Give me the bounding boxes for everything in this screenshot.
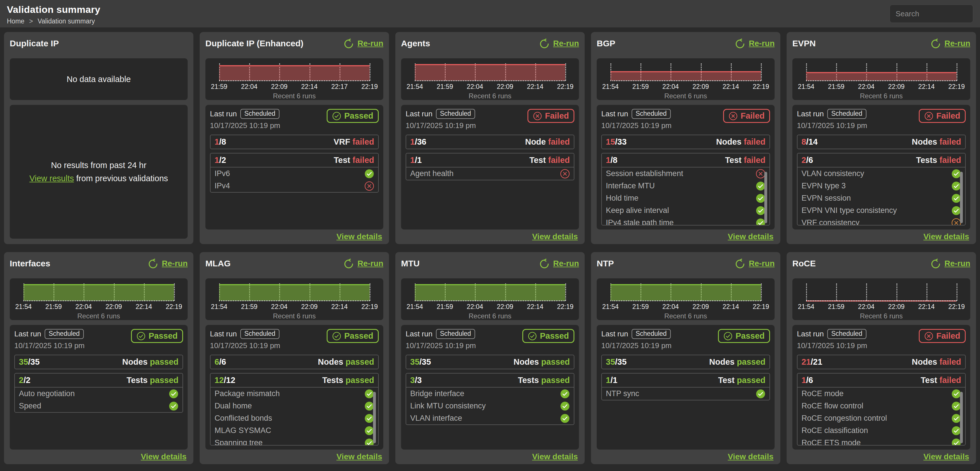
scheduled-chip: Scheduled bbox=[240, 109, 280, 119]
rerun-link[interactable]: Re-run bbox=[148, 258, 188, 269]
x-tick-label: 22:19 bbox=[557, 83, 574, 90]
x-tick-label: 21:59 bbox=[632, 83, 649, 90]
x-tick-label: 22:04 bbox=[271, 303, 288, 311]
scheduled-chip: Scheduled bbox=[827, 109, 866, 119]
nodes-stat-count: 21/21 bbox=[802, 357, 822, 367]
chart-gridline bbox=[866, 284, 867, 301]
test-name: RoCE ETS mode bbox=[802, 438, 861, 445]
rerun-link[interactable]: Re-run bbox=[343, 38, 383, 49]
passed-status-icon bbox=[364, 438, 374, 445]
test-name: IPv6 bbox=[215, 169, 230, 178]
nodes-stat-count: 35/35 bbox=[606, 357, 627, 367]
x-tick-label: 22:09 bbox=[301, 303, 318, 311]
test-name: Speed bbox=[19, 401, 41, 411]
search-input[interactable] bbox=[889, 5, 973, 23]
test-name: VLAN consistency bbox=[802, 169, 864, 178]
check-circle-icon bbox=[951, 414, 961, 423]
last-run-timestamp: 10/17/2025 10:19 pm bbox=[601, 121, 671, 130]
refresh-icon bbox=[930, 258, 941, 269]
x-tick-label: 21:59 bbox=[211, 83, 228, 90]
scrollbar-thumb[interactable] bbox=[373, 392, 376, 443]
status-badge-label: Passed bbox=[344, 111, 373, 121]
view-details-link[interactable]: View details bbox=[141, 452, 186, 461]
check-circle-icon bbox=[951, 438, 961, 445]
scrollbar-thumb[interactable] bbox=[764, 172, 767, 223]
last-run-info: Last run Scheduled 10/17/2025 10:19 pm bbox=[406, 109, 476, 130]
test-row: Package mismatch bbox=[210, 387, 378, 400]
test-list: IPv6IPv4 bbox=[210, 168, 378, 192]
passed-status-icon bbox=[951, 169, 961, 179]
test-row: Bridge interface bbox=[406, 387, 574, 400]
last-run-panel: Last run Scheduled 10/17/2025 10:19 pm P… bbox=[401, 325, 579, 450]
view-details-link[interactable]: View details bbox=[728, 452, 773, 461]
last-run-timestamp: 10/17/2025 10:19 pm bbox=[406, 121, 476, 130]
x-tick-label: 22:14 bbox=[918, 303, 935, 311]
rerun-link[interactable]: Re-run bbox=[539, 258, 579, 269]
view-details-link[interactable]: View details bbox=[336, 232, 382, 241]
x-tick-label: 21:54 bbox=[15, 303, 32, 311]
card-title: RoCE bbox=[792, 258, 816, 268]
view-details-link[interactable]: View details bbox=[532, 452, 578, 461]
view-details-link[interactable]: View details bbox=[336, 452, 382, 461]
view-details-link[interactable]: View details bbox=[532, 232, 578, 241]
view-details-link[interactable]: View details bbox=[728, 232, 773, 241]
scrollbar-thumb[interactable] bbox=[960, 392, 963, 443]
chart-caption: Recent 6 runs bbox=[10, 312, 188, 320]
chart-caption: Recent 6 runs bbox=[597, 92, 775, 100]
last-run-info: Last run Scheduled 10/17/2025 10:19 pm bbox=[406, 329, 476, 350]
last-run-panel: Last run Scheduled 10/17/2025 10:19 pm F… bbox=[792, 105, 970, 230]
chart-x-axis: 21:5421:5922:0422:0922:1422:19 bbox=[415, 303, 565, 311]
card-header: BGP Re-run bbox=[597, 37, 775, 50]
rerun-link[interactable]: Re-run bbox=[930, 38, 970, 49]
rerun-link[interactable]: Re-run bbox=[735, 38, 775, 49]
test-name: MLAG SYSMAC bbox=[215, 426, 271, 435]
x-tick-label: 22:19 bbox=[948, 303, 965, 311]
warning-status-icon bbox=[951, 218, 961, 225]
passed-status-icon bbox=[756, 389, 765, 399]
test-name: EVPN VNI type consistency bbox=[802, 206, 897, 215]
tests-stat-label: Tests passed bbox=[518, 376, 570, 385]
last-run-header: Last run Scheduled 10/17/2025 10:19 pm P… bbox=[210, 329, 379, 350]
tests-stat: 3/3 Tests passed bbox=[406, 374, 574, 387]
test-row: RoCE flow control bbox=[797, 400, 965, 412]
x-circle-warning-icon bbox=[951, 218, 961, 225]
test-list: Auto negotiationSpeed bbox=[15, 387, 183, 412]
card-title: NTP bbox=[597, 258, 614, 268]
chart-baseline bbox=[219, 300, 369, 301]
test-name: Auto negotiation bbox=[19, 389, 75, 398]
scrollbar-thumb[interactable] bbox=[960, 172, 963, 223]
passed-status-icon bbox=[951, 193, 961, 203]
last-run-header: Last run Scheduled 10/17/2025 10:19 pm P… bbox=[210, 109, 379, 130]
test-row: NTP sync bbox=[602, 387, 770, 400]
refresh-icon bbox=[343, 258, 354, 269]
rerun-label: Re-run bbox=[553, 259, 579, 268]
tests-stat-count: 1/6 bbox=[802, 376, 813, 385]
chart-x-axis: 21:5922:0422:0922:1422:1722:19 bbox=[219, 83, 369, 91]
breadcrumb-home[interactable]: Home bbox=[7, 17, 24, 25]
rerun-link[interactable]: Re-run bbox=[735, 258, 775, 269]
test-row: Session establishment bbox=[602, 168, 770, 180]
view-details-link[interactable]: View details bbox=[923, 452, 969, 461]
status-badge-label: Passed bbox=[540, 331, 569, 341]
rerun-link[interactable]: Re-run bbox=[343, 258, 383, 269]
card-duplicate-ip: Duplicate IP No data available No result… bbox=[4, 32, 193, 244]
x-circle-icon bbox=[364, 181, 374, 191]
rerun-link[interactable]: Re-run bbox=[539, 38, 579, 49]
test-row: Conflicted bonds bbox=[210, 412, 378, 424]
card-header: RoCE Re-run bbox=[792, 257, 970, 270]
test-name: Package mismatch bbox=[215, 389, 280, 398]
last-run-header: Last run Scheduled 10/17/2025 10:19 pm P… bbox=[14, 329, 183, 350]
tests-stat-label: Tests passed bbox=[322, 376, 374, 385]
x-tick-label: 22:09 bbox=[692, 303, 709, 311]
last-run-timestamp: 10/17/2025 10:19 pm bbox=[14, 341, 85, 350]
chart-area-fill bbox=[219, 284, 369, 301]
x-tick-label: 22:04 bbox=[241, 83, 258, 90]
tests-stat-label: Test failed bbox=[334, 155, 374, 165]
view-details-link[interactable]: View details bbox=[923, 232, 969, 241]
rerun-link[interactable]: Re-run bbox=[930, 258, 970, 269]
tests-stat: 12/12 Tests passed bbox=[210, 374, 378, 387]
status-badge-label: Failed bbox=[545, 111, 569, 121]
check-circle-icon bbox=[951, 181, 961, 191]
rerun-label: Re-run bbox=[553, 39, 579, 48]
view-results-link[interactable]: View results bbox=[29, 174, 74, 183]
